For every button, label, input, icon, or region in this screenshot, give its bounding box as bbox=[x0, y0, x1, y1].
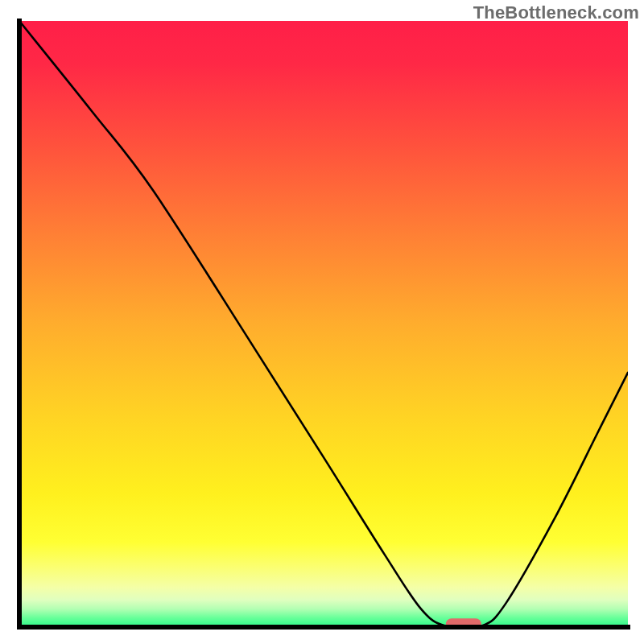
plot-background bbox=[19, 21, 628, 627]
chart-container: TheBottleneck.com bbox=[0, 0, 644, 644]
bottleneck-chart bbox=[0, 0, 644, 644]
watermark-text: TheBottleneck.com bbox=[473, 2, 639, 23]
